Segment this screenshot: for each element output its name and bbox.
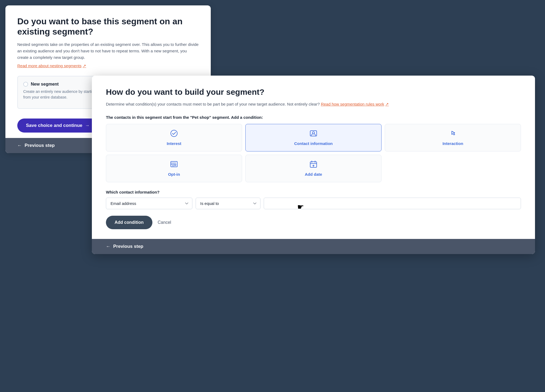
- svg-point-3: [312, 132, 315, 134]
- which-contact-label: Which contact information?: [106, 190, 521, 194]
- external-link-icon-2: ↗: [385, 101, 389, 107]
- email-address-select[interactable]: Email address Phone number First name La…: [106, 198, 192, 209]
- back-card-previous-step-button[interactable]: ← Previous step: [17, 143, 55, 148]
- opt-in-label: Opt-in: [168, 172, 180, 177]
- interaction-icon: [449, 130, 457, 139]
- condition-form-row: Email address Phone number First name La…: [106, 198, 521, 209]
- action-row: Add condition Cancel: [106, 216, 521, 229]
- front-card-description: Determine what condition(s) your contact…: [106, 101, 521, 107]
- cancel-button[interactable]: Cancel: [158, 220, 171, 225]
- add-date-tile[interactable]: Add date: [245, 155, 382, 182]
- opt-in-icon: [170, 160, 178, 170]
- interaction-tile[interactable]: Interaction: [385, 124, 521, 151]
- front-card-footer: ← Previous step: [92, 239, 535, 254]
- svg-point-1: [171, 130, 177, 137]
- interest-label: Interest: [167, 141, 181, 146]
- segment-start-text: The contacts in this segment start from …: [106, 115, 521, 120]
- read-how-segmentation-link[interactable]: Read how segmentation rules work ↗: [321, 101, 389, 107]
- interaction-label: Interaction: [443, 141, 463, 146]
- back-card-title: Do you want to base this segment on an e…: [17, 16, 199, 37]
- condition-value-input[interactable]: [264, 198, 521, 209]
- save-choice-button[interactable]: Save choice and continue →: [17, 119, 98, 133]
- interest-icon: [170, 130, 178, 139]
- interest-tile[interactable]: Interest: [106, 124, 242, 151]
- front-card-previous-step-button[interactable]: ← Previous step: [106, 244, 143, 249]
- opt-in-tile[interactable]: Opt-in: [106, 155, 242, 182]
- external-link-icon: ↗: [83, 63, 86, 68]
- add-date-label: Add date: [305, 172, 322, 177]
- new-segment-radio[interactable]: [23, 82, 28, 87]
- empty-tile: [385, 155, 521, 182]
- contact-information-tile[interactable]: Contact information: [245, 124, 382, 151]
- front-card-body: How do you want to build your segment? D…: [92, 76, 535, 239]
- read-more-nesting-link[interactable]: Read more about nesting segments ↗: [17, 63, 86, 68]
- new-segment-header: New segment: [23, 82, 100, 87]
- svg-rect-4: [171, 161, 177, 167]
- back-card-description: Nested segments take on the properties o…: [17, 41, 199, 61]
- arrow-right-icon: →: [85, 123, 90, 128]
- add-condition-button[interactable]: Add condition: [106, 216, 152, 229]
- contact-information-icon: [310, 130, 317, 139]
- svg-rect-8: [171, 163, 172, 163]
- arrow-left-icon: ←: [17, 143, 22, 148]
- new-segment-title: New segment: [31, 82, 59, 87]
- arrow-left-icon-front: ←: [106, 244, 111, 249]
- front-card-title: How do you want to build your segment?: [106, 87, 521, 97]
- condition-tiles-row2: Opt-in Add date: [106, 155, 521, 182]
- condition-tiles-row1: Interest Contact information: [106, 124, 521, 151]
- contact-information-label: Contact information: [294, 141, 333, 146]
- svg-rect-9: [171, 164, 172, 165]
- new-segment-desc: Create an entirely new audience by start…: [23, 89, 100, 100]
- add-date-icon: [310, 160, 317, 170]
- front-card: How do you want to build your segment? D…: [92, 76, 535, 254]
- condition-operator-select[interactable]: Is equal to Is not equal to Contains Doe…: [196, 198, 260, 209]
